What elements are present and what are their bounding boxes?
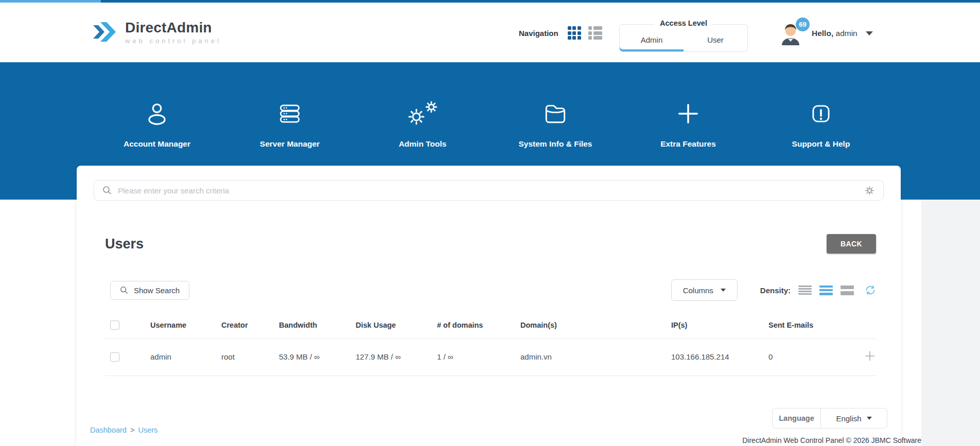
nav-item-admin-tools[interactable]: Admin Tools bbox=[356, 99, 489, 149]
cell-domains: admin.vn bbox=[520, 339, 671, 376]
gears-icon bbox=[356, 99, 489, 128]
directadmin-app: DirectAdmin web control panel Navigation… bbox=[0, 0, 980, 446]
user-icon bbox=[91, 99, 223, 128]
grid-view-icon[interactable] bbox=[568, 26, 581, 40]
right-gutter bbox=[921, 200, 980, 446]
density-compact-icon[interactable] bbox=[798, 286, 812, 295]
density-controls: Density: bbox=[760, 284, 876, 296]
navigation-label: Navigation bbox=[519, 29, 558, 38]
refresh-icon[interactable] bbox=[865, 284, 876, 296]
column-header-sent-emails[interactable]: Sent E-mails bbox=[768, 312, 845, 339]
language-selector: Language English bbox=[772, 408, 887, 429]
back-button[interactable]: BACK bbox=[827, 234, 876, 254]
tab-user[interactable]: User bbox=[684, 25, 747, 51]
access-level-label: Access Level bbox=[655, 19, 712, 27]
table-row[interactable]: admin root 53.9 MB / ∞ 127.9 MB / ∞ 1 / … bbox=[105, 339, 876, 376]
logo-subtitle: web control panel bbox=[125, 37, 221, 45]
cell-creator: root bbox=[221, 339, 279, 376]
navigation-toggle: Navigation bbox=[519, 26, 602, 40]
search-bar bbox=[94, 180, 884, 201]
page-title: Users bbox=[105, 236, 144, 252]
search-icon bbox=[102, 186, 112, 195]
breadcrumb-separator: > bbox=[130, 426, 134, 434]
column-header-disk-usage[interactable]: Disk Usage bbox=[356, 312, 437, 339]
column-header-ips[interactable]: IP(s) bbox=[671, 312, 768, 339]
access-level-switcher: Access Level Admin User bbox=[619, 24, 748, 52]
language-value[interactable]: English bbox=[821, 408, 887, 428]
cell-domains-count: 1 / ∞ bbox=[437, 339, 520, 376]
logo-text: DirectAdmin web control panel bbox=[125, 20, 221, 45]
column-header-domains-count[interactable]: # of domains bbox=[437, 312, 520, 339]
row-expand-plus-icon[interactable] bbox=[864, 350, 876, 362]
column-header-bandwidth[interactable]: Bandwidth bbox=[279, 312, 356, 339]
cell-bandwidth: 53.9 MB / ∞ bbox=[279, 339, 356, 376]
copyright-text: DirectAdmin Web Control Panel © 2026 JBM… bbox=[742, 436, 921, 444]
server-stack-icon bbox=[223, 99, 356, 128]
column-header-creator[interactable]: Creator bbox=[221, 312, 279, 339]
cell-ips: 103.166.185.214 bbox=[671, 339, 768, 376]
show-search-button[interactable]: Show Search bbox=[110, 281, 189, 300]
search-settings-gear-icon[interactable] bbox=[864, 185, 875, 196]
cell-disk-usage: 127.9 MB / ∞ bbox=[356, 339, 437, 376]
column-header-domains[interactable]: Domain(s) bbox=[520, 312, 671, 339]
users-table: Username Creator Bandwidth Disk Usage # … bbox=[105, 312, 876, 376]
chevron-down-icon bbox=[867, 417, 872, 420]
density-normal-icon[interactable] bbox=[819, 286, 833, 295]
nav-item-system-info-files[interactable]: System Info & Files bbox=[489, 99, 622, 149]
nav-item-support-help[interactable]: Support & Help bbox=[755, 99, 887, 149]
logo-title: DirectAdmin bbox=[125, 20, 221, 36]
user-menu[interactable]: 69 Hello, admin bbox=[779, 22, 873, 45]
greeting-text: Hello, admin bbox=[812, 29, 857, 38]
chevron-down-icon bbox=[866, 31, 873, 35]
header: DirectAdmin web control panel Navigation… bbox=[0, 3, 980, 62]
directadmin-logo[interactable]: DirectAdmin web control panel bbox=[90, 18, 221, 46]
density-comfortable-icon[interactable] bbox=[841, 286, 854, 295]
breadcrumb-users-link[interactable]: Users bbox=[138, 426, 157, 434]
avatar: 69 bbox=[779, 22, 802, 45]
select-all-checkbox[interactable] bbox=[110, 320, 119, 330]
folder-icon bbox=[489, 99, 622, 128]
directadmin-logo-icon bbox=[90, 18, 118, 46]
breadcrumb: Dashboard>Users bbox=[90, 426, 157, 434]
nav-item-extra-features[interactable]: Extra Features bbox=[622, 99, 755, 149]
density-label: Density: bbox=[760, 286, 791, 295]
nav-item-account-manager[interactable]: Account Manager bbox=[91, 99, 223, 149]
cell-username: admin bbox=[150, 339, 221, 376]
notification-badge[interactable]: 69 bbox=[796, 17, 810, 31]
nav-item-server-manager[interactable]: Server Manager bbox=[223, 99, 356, 149]
row-checkbox[interactable] bbox=[110, 352, 119, 362]
list-view-icon[interactable] bbox=[588, 26, 602, 40]
plus-icon bbox=[622, 99, 755, 128]
columns-button[interactable]: Columns bbox=[671, 279, 738, 301]
language-label: Language bbox=[773, 408, 821, 428]
breadcrumb-dashboard-link[interactable]: Dashboard bbox=[90, 426, 127, 434]
cell-sent-emails: 0 bbox=[768, 339, 845, 376]
tab-admin[interactable]: Admin bbox=[620, 25, 684, 51]
content-card: Users BACK Show Search Columns Den bbox=[77, 166, 901, 446]
table-header-row: Username Creator Bandwidth Disk Usage # … bbox=[105, 312, 876, 339]
search-icon bbox=[120, 286, 128, 294]
exclamation-icon bbox=[755, 99, 887, 128]
chevron-down-icon bbox=[721, 289, 726, 292]
column-header-username[interactable]: Username bbox=[150, 312, 221, 339]
search-input[interactable] bbox=[118, 186, 864, 195]
table-toolbar: Show Search Columns Density: bbox=[105, 279, 876, 301]
